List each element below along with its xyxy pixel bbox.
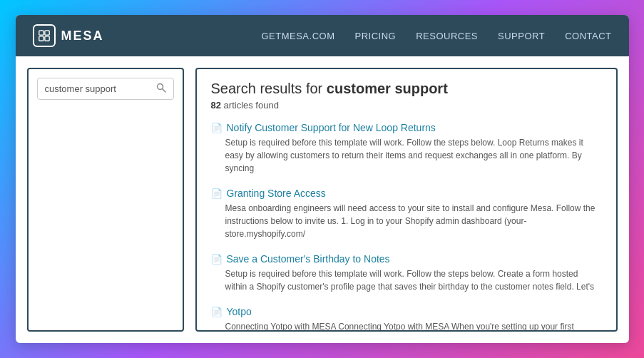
result-link-3[interactable]: Yotpo — [227, 306, 252, 317]
search-input[interactable] — [45, 83, 152, 94]
navbar: MESA GETMESA.COM PRICING RESOURCES SUPPO… — [16, 15, 629, 56]
result-title-2: 📄 Save a Customer's Birthday to Notes — [211, 253, 602, 265]
result-title-1: 📄 Granting Store Access — [211, 188, 602, 199]
svg-rect-0 — [39, 31, 43, 35]
result-link-1[interactable]: Granting Store Access — [227, 188, 326, 199]
nav-support[interactable]: SUPPORT — [498, 31, 545, 41]
result-title-0: 📄 Notify Customer Support for New Loop R… — [211, 122, 602, 133]
results-heading-query: customer support — [327, 81, 448, 96]
result-item-3: 📄 Yotpo Connecting Yotpo with MESA Conne… — [211, 306, 602, 332]
svg-rect-1 — [44, 31, 48, 35]
nav-links: GETMESA.COM PRICING RESOURCES SUPPORT CO… — [261, 29, 611, 42]
search-box[interactable] — [37, 78, 174, 100]
result-snippet-2: Setup is required before this template w… — [211, 267, 602, 293]
logo-area: MESA — [33, 24, 104, 47]
result-link-0[interactable]: Notify Customer Support for New Loop Ret… — [227, 122, 436, 133]
nav-getmesa[interactable]: GETMESA.COM — [261, 31, 334, 41]
nav-pricing[interactable]: PRICING — [354, 31, 396, 41]
search-icon — [156, 83, 166, 95]
results-number: 82 — [211, 100, 221, 111]
logo-text: MESA — [61, 29, 104, 44]
result-link-2[interactable]: Save a Customer's Birthday to Notes — [227, 253, 390, 265]
nav-resources[interactable]: RESOURCES — [416, 31, 478, 41]
results-heading: Search results for customer support — [211, 81, 602, 97]
results-count-suffix: articles found — [221, 100, 279, 111]
results-heading-prefix: Search results for — [211, 81, 327, 96]
result-item-0: 📄 Notify Customer Support for New Loop R… — [211, 122, 602, 175]
doc-icon-1: 📄 — [211, 188, 223, 199]
svg-rect-3 — [44, 36, 48, 41]
result-title-3: 📄 Yotpo — [211, 306, 602, 317]
result-snippet-3: Connecting Yotpo with MESA Connecting Yo… — [211, 320, 602, 332]
result-item-1: 📄 Granting Store Access Mesa onboarding … — [211, 188, 602, 240]
logo-icon — [33, 24, 56, 47]
app-window: MESA GETMESA.COM PRICING RESOURCES SUPPO… — [16, 15, 629, 343]
svg-rect-2 — [39, 36, 43, 41]
doc-icon-3: 📄 — [211, 307, 223, 317]
result-snippet-0: Setup is required before this template w… — [211, 136, 602, 175]
doc-icon-2: 📄 — [211, 254, 223, 265]
nav-contact[interactable]: CONTACT — [565, 31, 611, 41]
main-content: Search results for customer support 82 a… — [16, 56, 629, 343]
svg-line-5 — [162, 89, 165, 93]
doc-icon-0: 📄 — [211, 123, 223, 133]
sidebar — [27, 68, 184, 332]
result-snippet-1: Mesa onboarding engineers will need acce… — [211, 202, 602, 240]
result-item-2: 📄 Save a Customer's Birthday to Notes Se… — [211, 253, 602, 293]
results-panel: Search results for customer support 82 a… — [195, 68, 618, 332]
results-count: 82 articles found — [211, 100, 602, 111]
